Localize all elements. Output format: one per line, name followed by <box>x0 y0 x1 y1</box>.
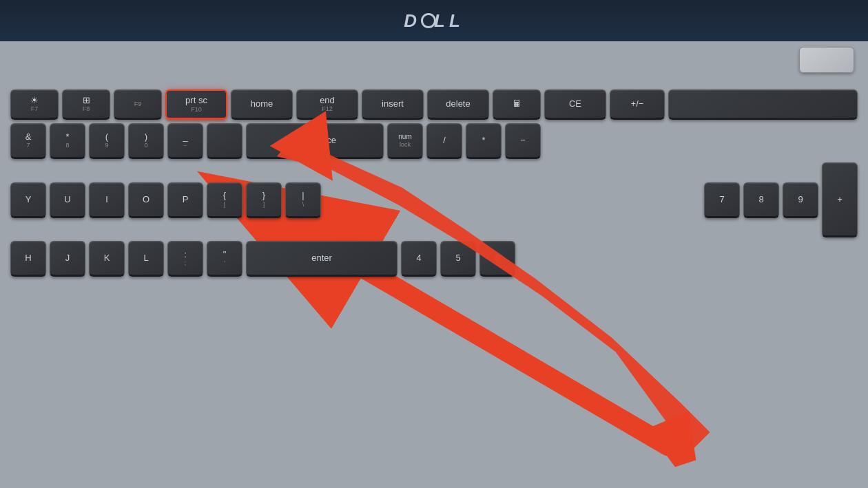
key-calc[interactable]: 🖩 <box>493 89 541 120</box>
key-k[interactable]: K <box>89 241 125 277</box>
laptop-body: DLL ☀ F7 <box>0 0 868 488</box>
dell-logo: DLL <box>404 10 464 32</box>
num-row: & 7 * 8 ( 9 ) 0 _ − <box>10 123 858 159</box>
key-backslash[interactable]: | \ <box>285 182 321 218</box>
key-l[interactable]: L <box>128 241 164 277</box>
key-i[interactable]: I <box>89 182 125 218</box>
key-j[interactable]: J <box>50 241 85 277</box>
key-num-star[interactable]: * <box>466 123 502 159</box>
key-p[interactable]: P <box>167 182 203 218</box>
key-num4[interactable]: 4 <box>401 241 437 277</box>
hjkl-row: H J K L : ; " ' <box>10 241 858 277</box>
key-num5[interactable]: 5 <box>440 241 476 277</box>
key-numlock[interactable]: num lock <box>387 123 423 159</box>
key-end[interactable]: end F12 <box>296 89 358 120</box>
key-h[interactable]: H <box>10 241 46 277</box>
key-ce[interactable]: CE <box>544 89 606 120</box>
key-lp9[interactable]: ( 9 <box>89 123 125 159</box>
key-num9[interactable]: 9 <box>783 182 818 218</box>
key-num-plus[interactable]: + <box>822 162 858 237</box>
key-y[interactable]: Y <box>10 182 46 218</box>
key-home[interactable]: home <box>231 89 293 120</box>
key-enter[interactable]: enter <box>246 241 397 277</box>
key-extra-row2[interactable] <box>207 123 242 159</box>
key-lbrace[interactable]: { [ <box>207 182 242 218</box>
keyboard-area: ☀ F7 ⊞ F8 F9 prt sc F10 home e <box>0 41 868 488</box>
key-backspace[interactable]: backspace <box>246 123 384 159</box>
key-f9[interactable]: F9 <box>114 89 162 120</box>
key-num8[interactable]: 8 <box>743 182 779 218</box>
key-delete[interactable]: delete <box>427 89 489 120</box>
key-semicolon[interactable]: : ; <box>167 241 203 277</box>
key-plusminus[interactable]: +/− <box>610 89 665 120</box>
key-prtsc[interactable]: prt sc F10 <box>165 89 227 120</box>
top-bar: DLL <box>0 0 868 41</box>
key-quote[interactable]: " ' <box>207 241 242 277</box>
fn-row: ☀ F7 ⊞ F8 F9 prt sc F10 home e <box>10 89 858 120</box>
key-amp7[interactable]: & 7 <box>10 123 46 159</box>
key-insert[interactable]: insert <box>362 89 424 120</box>
key-num-slash[interactable]: / <box>426 123 462 159</box>
yuiop-row: Y U I O P { [ } <box>10 162 858 237</box>
key-num6[interactable]: 6 <box>479 241 515 277</box>
keyboard-rows: ☀ F7 ⊞ F8 F9 prt sc F10 home e <box>10 89 858 478</box>
key-dash[interactable]: _ − <box>167 123 203 159</box>
key-star8[interactable]: * 8 <box>50 123 85 159</box>
key-f8[interactable]: ⊞ F8 <box>62 89 110 120</box>
key-f7[interactable]: ☀ F7 <box>10 89 59 120</box>
key-num7[interactable]: 7 <box>704 182 740 218</box>
key-rp0[interactable]: ) 0 <box>128 123 164 159</box>
key-spacer-yuiop <box>324 182 701 218</box>
key-rbrace[interactable]: } ] <box>246 182 282 218</box>
power-button[interactable] <box>799 47 854 73</box>
key-u[interactable]: U <box>50 182 85 218</box>
key-o[interactable]: O <box>128 182 164 218</box>
key-num-minus[interactable]: − <box>505 123 541 159</box>
key-extra-fn[interactable] <box>668 89 858 120</box>
